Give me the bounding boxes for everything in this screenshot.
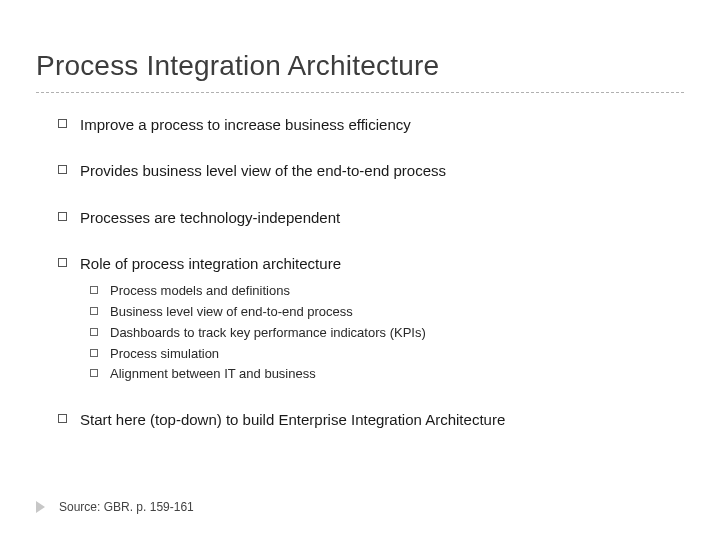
bullet-item: Start here (top-down) to build Enterpris… [58,410,684,430]
sub-bullet-list: Process models and definitions Business … [80,282,684,384]
title-divider [36,92,684,93]
slide: Process Integration Architecture Improve… [0,0,720,540]
sub-bullet-item: Alignment between IT and business [90,365,684,384]
bullet-list: Improve a process to increase business e… [36,115,684,430]
sub-bullet-text: Dashboards to track key performance indi… [110,325,426,340]
bullet-item: Improve a process to increase business e… [58,115,684,135]
footer: Source: GBR. p. 159-161 [36,500,194,514]
sub-bullet-item: Process models and definitions [90,282,684,301]
bullet-item: Role of process integration architecture… [58,254,684,384]
bullet-text: Role of process integration architecture [80,255,341,272]
arrow-icon [36,501,45,513]
sub-bullet-text: Alignment between IT and business [110,366,316,381]
sub-bullet-text: Process models and definitions [110,283,290,298]
bullet-text: Start here (top-down) to build Enterpris… [80,411,505,428]
bullet-item: Provides business level view of the end-… [58,161,684,181]
sub-bullet-text: Business level view of end-to-end proces… [110,304,353,319]
sub-bullet-item: Dashboards to track key performance indi… [90,324,684,343]
sub-bullet-item: Process simulation [90,345,684,364]
bullet-text: Improve a process to increase business e… [80,116,411,133]
source-text: Source: GBR. p. 159-161 [59,500,194,514]
sub-bullet-text: Process simulation [110,346,219,361]
slide-title: Process Integration Architecture [36,50,684,82]
bullet-text: Processes are technology-independent [80,209,340,226]
sub-bullet-item: Business level view of end-to-end proces… [90,303,684,322]
bullet-text: Provides business level view of the end-… [80,162,446,179]
bullet-item: Processes are technology-independent [58,208,684,228]
